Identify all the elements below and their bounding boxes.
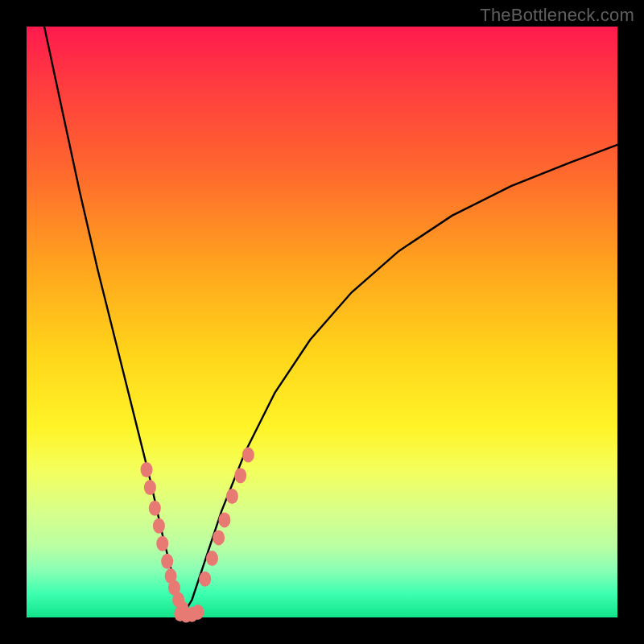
data-dot bbox=[153, 518, 165, 534]
data-dot bbox=[234, 468, 246, 483]
data-dot bbox=[226, 489, 238, 504]
data-dot bbox=[213, 530, 225, 545]
data-dot bbox=[141, 462, 153, 477]
data-dot bbox=[218, 512, 230, 527]
data-dot bbox=[144, 480, 156, 495]
data-dot bbox=[156, 536, 168, 551]
chart-frame: TheBottleneck.com bbox=[0, 0, 644, 644]
brand-watermark: TheBottleneck.com bbox=[480, 5, 634, 26]
data-dot bbox=[206, 551, 218, 566]
data-dot bbox=[149, 501, 161, 516]
data-dot bbox=[242, 448, 254, 463]
curve-layer bbox=[27, 27, 617, 617]
data-dot bbox=[199, 572, 211, 587]
data-dots bbox=[141, 448, 254, 623]
data-dot bbox=[161, 554, 173, 569]
bottleneck-curve bbox=[44, 27, 617, 614]
data-dot bbox=[192, 605, 204, 620]
